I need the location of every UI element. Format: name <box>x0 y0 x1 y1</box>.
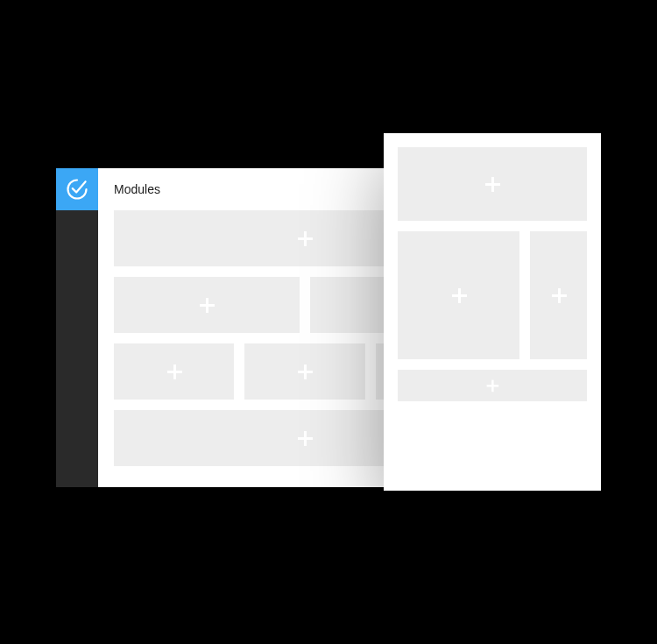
plus-icon <box>200 298 214 312</box>
plus-icon <box>167 364 181 379</box>
plus-icon <box>552 288 566 302</box>
plus-icon <box>298 364 312 379</box>
plus-icon <box>487 380 498 392</box>
plus-icon <box>298 431 312 445</box>
sidebar <box>56 168 98 487</box>
add-module-block[interactable] <box>244 343 364 400</box>
panel-row <box>398 231 587 359</box>
plus-icon <box>298 231 312 245</box>
panel-row <box>398 370 587 401</box>
add-module-block[interactable] <box>530 231 587 359</box>
add-module-block[interactable] <box>398 370 587 401</box>
add-module-block[interactable] <box>114 277 300 333</box>
add-module-block[interactable] <box>398 147 587 221</box>
panel-row <box>398 147 587 221</box>
plus-icon <box>485 177 499 191</box>
checkmark-circle-icon <box>65 177 89 202</box>
plus-icon <box>452 288 466 302</box>
floating-panel <box>384 133 601 491</box>
add-module-block[interactable] <box>398 231 519 359</box>
app-logo[interactable] <box>56 168 98 210</box>
add-module-block[interactable] <box>114 343 234 400</box>
